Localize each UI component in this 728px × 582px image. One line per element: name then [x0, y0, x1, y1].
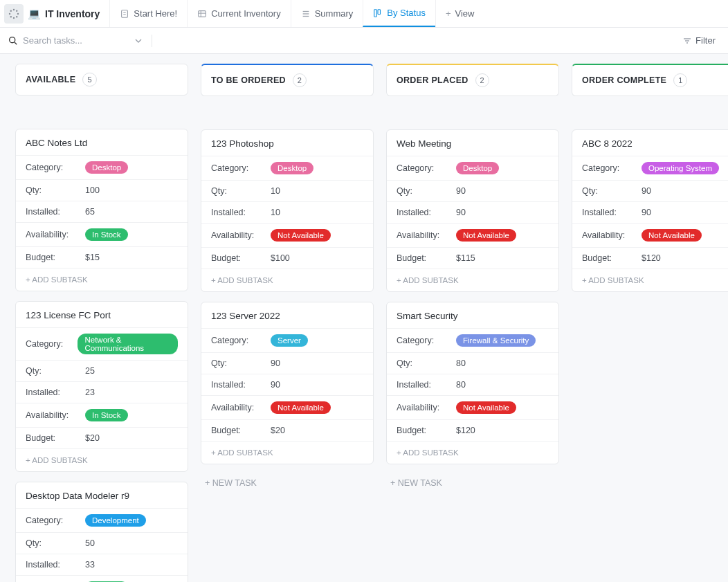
label-availability: Availability:	[211, 230, 271, 240]
card[interactable]: 123 Photoshop Category: Desktop Qty: 10 …	[201, 129, 374, 292]
row-category: Category: Desktop	[387, 156, 558, 180]
row-availability: Availability: Not Available	[201, 395, 373, 419]
tab-icon	[373, 8, 383, 18]
label-qty: Qty:	[397, 358, 456, 368]
row-installed: Installed: 10	[201, 201, 373, 223]
view-tabs: Start Here!Current InventorySummaryBy St…	[109, 0, 484, 27]
value-installed: 90	[456, 208, 466, 217]
tab-start-here-[interactable]: Start Here!	[109, 0, 187, 27]
add-subtask-button[interactable]: + ADD SUBTASK	[572, 269, 728, 291]
card-title: ABC 8 2022	[572, 130, 728, 156]
label-category: Category:	[211, 336, 271, 345]
row-installed: Installed: 65	[16, 201, 188, 222]
svg-point-5	[10, 16, 12, 17]
row-budget: Budget: $120	[572, 247, 728, 269]
add-subtask-button[interactable]: + ADD SUBTASK	[16, 268, 188, 291]
plus-icon: +	[446, 8, 451, 19]
category-badge: Development	[85, 514, 146, 527]
card-title: Web Meeting	[387, 130, 558, 156]
toolbar: Filter	[0, 28, 728, 54]
search-input[interactable]	[23, 35, 127, 46]
row-availability: Availability: In Stock	[16, 575, 188, 582]
card[interactable]: Desktop Data Modeler r9 Category: Develo…	[15, 482, 188, 582]
add-subtask-button[interactable]: + ADD SUBTASK	[387, 441, 558, 464]
column-header[interactable]: ORDER COMPLETE 1	[572, 64, 728, 96]
card[interactable]: 123 Server 2022 Category: Server Qty: 90…	[201, 302, 374, 464]
row-qty: Qty: 90	[201, 352, 373, 374]
svg-point-4	[13, 17, 15, 18]
tab-summary[interactable]: Summary	[291, 0, 363, 27]
add-subtask-button[interactable]: + ADD SUBTASK	[16, 448, 188, 471]
filter-button[interactable]: Filter	[679, 35, 720, 46]
column-to-be-ordered: TO BE ORDERED 2 123 Photoshop Category: …	[201, 64, 374, 492]
add-view-button[interactable]: +View	[435, 0, 484, 27]
row-category: Category: Firewall & Security	[387, 328, 558, 352]
category-badge: Desktop	[271, 162, 313, 174]
add-subtask-button[interactable]: + ADD SUBTASK	[387, 269, 558, 291]
tab-icon	[197, 9, 207, 19]
card[interactable]: ABC 8 2022 Category: Operating System Qt…	[572, 129, 728, 292]
label-qty: Qty:	[582, 186, 641, 196]
svg-point-7	[10, 10, 12, 11]
card[interactable]: Web Meeting Category: Desktop Qty: 90 In…	[386, 129, 559, 292]
laptop-icon: 💻	[28, 8, 41, 20]
column-title: ORDER COMPLETE	[582, 75, 666, 85]
filter-label: Filter	[695, 35, 716, 46]
tab-current-inventory[interactable]: Current Inventory	[187, 0, 290, 27]
tab-by-status[interactable]: By Status	[363, 0, 435, 27]
value-budget: $100	[271, 253, 290, 263]
label-installed: Installed:	[211, 208, 271, 217]
value-qty: 50	[85, 538, 95, 548]
chevron-down-icon[interactable]	[135, 37, 142, 44]
label-qty: Qty:	[26, 185, 85, 195]
loader-icon	[8, 8, 19, 19]
row-qty: Qty: 80	[387, 352, 558, 374]
row-qty: Qty: 25	[16, 360, 188, 381]
column-count: 5	[82, 73, 96, 87]
label-qty: Qty:	[26, 366, 85, 376]
label-category: Category:	[26, 339, 78, 349]
row-availability: Availability: Not Available	[572, 223, 728, 247]
card-title: Desktop Data Modeler r9	[16, 482, 188, 508]
row-qty: Qty: 50	[16, 532, 188, 554]
card[interactable]: ABC Notes Ltd Category: Desktop Qty: 100…	[15, 129, 188, 291]
row-installed: Installed: 23	[16, 381, 188, 403]
row-qty: Qty: 90	[387, 180, 558, 201]
new-task-button[interactable]: + NEW TASK	[386, 474, 559, 492]
row-budget: Budget: $20	[16, 427, 188, 448]
value-qty: 100	[85, 185, 100, 195]
row-availability: Availability: In Stock	[16, 403, 188, 427]
row-availability: Availability: In Stock	[16, 222, 188, 246]
new-task-button[interactable]: + NEW TASK	[201, 474, 374, 492]
column-count: 2	[475, 73, 489, 87]
app-menu-button[interactable]	[4, 4, 24, 24]
column-count: 2	[293, 73, 307, 87]
label-budget: Budget:	[26, 433, 85, 443]
value-installed: 23	[85, 388, 95, 397]
topbar: 💻 IT Inventory Start Here!Current Invent…	[0, 0, 728, 28]
row-availability: Availability: Not Available	[201, 223, 373, 247]
card[interactable]: 123 License FC Port Category: Network & …	[15, 301, 188, 472]
label-budget: Budget:	[211, 253, 271, 263]
svg-rect-17	[374, 9, 377, 17]
label-budget: Budget:	[582, 253, 641, 263]
value-qty: 25	[85, 366, 95, 376]
card[interactable]: Smart Security Category: Firewall & Secu…	[386, 302, 559, 464]
row-qty: Qty: 90	[572, 180, 728, 201]
add-view-label: View	[455, 8, 475, 19]
column-title: ORDER PLACED	[397, 75, 468, 85]
label-installed: Installed:	[26, 207, 85, 217]
add-subtask-button[interactable]: + ADD SUBTASK	[201, 269, 373, 291]
svg-point-3	[16, 16, 17, 17]
label-qty: Qty:	[211, 358, 271, 368]
tab-label: Summary	[315, 8, 354, 19]
label-qty: Qty:	[211, 186, 271, 196]
card-title: 123 License FC Port	[16, 302, 188, 327]
label-installed: Installed:	[26, 560, 85, 570]
column-header[interactable]: ORDER PLACED 2	[386, 64, 559, 96]
column-header[interactable]: AVAILABLE 5	[15, 64, 188, 96]
add-subtask-button[interactable]: + ADD SUBTASK	[201, 441, 373, 464]
column-header[interactable]: TO BE ORDERED 2	[201, 64, 374, 96]
column-order-complete: ORDER COMPLETE 1 ABC 8 2022 Category: Op…	[572, 64, 728, 302]
card-title: 123 Photoshop	[201, 130, 373, 156]
